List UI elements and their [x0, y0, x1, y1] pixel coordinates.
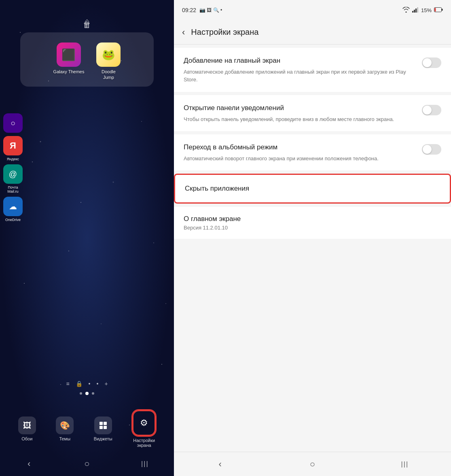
app-row: ⬛ Galaxy Themes 🐸 DoodleJump: [53, 42, 121, 81]
folder-container: ⬛ Galaxy Themes 🐸 DoodleJump: [20, 32, 154, 87]
galaxy-themes-label: Galaxy Themes: [53, 69, 85, 74]
page-icon-plus: +: [104, 380, 108, 387]
notification-toggle[interactable]: [422, 105, 441, 115]
toolbar-themes[interactable]: 🎨 Темы: [56, 416, 74, 441]
settings-icon: ⚙: [132, 410, 156, 436]
right-nav-recents[interactable]: |||: [389, 456, 421, 472]
svg-rect-4: [412, 11, 413, 13]
status-icons: 📷 🖼 🔍 •: [199, 7, 222, 13]
signal-bars: [412, 7, 419, 14]
svg-rect-7: [417, 7, 418, 13]
about-title: О главном экране: [184, 215, 441, 223]
folder-area: 🗑 ⬛ Galaxy Themes 🐸 DoodleJump: [20, 32, 154, 170]
right-nav-back[interactable]: ‹: [204, 456, 236, 472]
notification-desc: Чтобы открыть панель уведомлений, провед…: [184, 115, 416, 123]
right-panel: 09:22 📷 🖼 🔍 • 15%: [174, 0, 451, 476]
settings-status-bar: 09:22 📷 🖼 🔍 • 15%: [174, 0, 451, 20]
svg-rect-5: [414, 10, 415, 13]
left-bottom-nav: ‹ ○ |||: [0, 452, 174, 476]
yandex-label: Яндекс: [7, 157, 19, 161]
mailru-label: ПочтаMail.ru: [7, 185, 18, 193]
about-version: Версия 11.2.01.10: [184, 225, 441, 231]
page-icon-grid: ≡: [66, 380, 69, 387]
dock-mailru[interactable]: @ ПочтаMail.ru: [3, 164, 23, 193]
add-home-title: Добавление на главный экран: [184, 56, 416, 66]
page-indicator-icons: ≡ 🔒 • • +: [66, 380, 108, 387]
settings-item-landscape: Переход в альбомный режим Автоматический…: [174, 134, 451, 170]
notification-text: Открытие панели уведомлений Чтобы открыт…: [184, 103, 416, 123]
toolbar-widgets[interactable]: Виджеты: [94, 416, 112, 441]
hide-apps-title: Скрыть приложения: [185, 185, 440, 193]
back-button[interactable]: ‹: [182, 27, 185, 38]
landscape-desc: Автоматический поворот главного экрана п…: [184, 155, 416, 163]
svg-rect-2: [100, 426, 103, 429]
hide-apps-item[interactable]: Скрыть приложения: [175, 175, 450, 202]
settings-page-title: Настройки экрана: [191, 28, 258, 37]
add-home-desc: Автоматическое добавление приложений на …: [184, 68, 416, 84]
right-nav-home[interactable]: ○: [296, 456, 328, 472]
page-icon-dot1: •: [89, 380, 91, 387]
left-panel: ⌂ 🗑 ⬛ Galaxy Themes 🐸 DoodleJump: [0, 0, 174, 476]
toolbar-settings[interactable]: ⚙ Настройкиэкрана: [132, 410, 156, 448]
nav-home-left[interactable]: ○: [75, 456, 99, 472]
delete-icon: 🗑: [83, 20, 91, 30]
wifi-icon: [402, 7, 410, 14]
page-icon-dot2: •: [96, 380, 98, 387]
svg-rect-9: [442, 8, 443, 11]
widgets-icon: [94, 416, 112, 434]
galaxy-themes-icon: ⬛: [57, 42, 81, 67]
right-bottom-nav: ‹ ○ |||: [174, 452, 451, 476]
nav-recents-left[interactable]: |||: [133, 456, 157, 472]
section-add-home: Добавление на главный экран Автоматическ…: [174, 48, 451, 92]
page-dot-3: [92, 392, 94, 395]
about-item[interactable]: О главном экране Версия 11.2.01.10: [174, 207, 451, 239]
dock-yandex[interactable]: Я Яндекс: [3, 136, 23, 161]
doodle-jump-icon: 🐸: [96, 42, 121, 67]
widgets-label: Виджеты: [94, 436, 112, 441]
wallpaper-icon: 🖼: [18, 416, 36, 434]
left-status-bar: [0, 0, 174, 12]
landscape-toggle[interactable]: [422, 144, 441, 155]
add-home-toggle[interactable]: [422, 57, 441, 68]
side-dock: ○ Я Яндекс @ ПочтаMail.ru ☁ OneDrive: [3, 113, 23, 222]
themes-label: Темы: [59, 436, 70, 441]
time-display: 09:22: [182, 7, 196, 13]
notification-title: Открытие панели уведомлений: [184, 103, 416, 113]
svg-rect-6: [415, 8, 417, 13]
toolbar-wallpaper[interactable]: 🖼 Обои: [18, 416, 36, 441]
svg-rect-0: [100, 422, 103, 425]
status-right: 15%: [402, 7, 443, 14]
page-dot-1: [80, 392, 82, 395]
dock-onedrive[interactable]: ☁ OneDrive: [3, 197, 23, 222]
status-time: 09:22 📷 🖼 🔍 •: [182, 7, 222, 13]
app-item-galaxy-themes[interactable]: ⬛ Galaxy Themes: [53, 42, 85, 81]
settings-header: ‹ Настройки экрана: [174, 20, 451, 45]
section-notification-panel: Открытие панели уведомлений Чтобы открыт…: [174, 95, 451, 131]
themes-icon: 🎨: [56, 416, 74, 434]
section-about: О главном экране Версия 11.2.01.10: [174, 207, 451, 239]
battery-display: 15%: [421, 7, 432, 13]
nav-back-left[interactable]: ‹: [17, 456, 41, 472]
dock-item-purple[interactable]: ○: [3, 113, 23, 133]
doodle-jump-label: DoodleJump: [102, 69, 116, 81]
page-indicators: [80, 392, 94, 395]
svg-rect-3: [104, 426, 107, 429]
section-landscape: Переход в альбомный режим Автоматический…: [174, 134, 451, 170]
svg-rect-10: [435, 8, 436, 11]
mailru-icon: @: [3, 164, 23, 184]
svg-rect-1: [104, 422, 107, 425]
app-item-doodle-jump[interactable]: 🐸 DoodleJump: [96, 42, 121, 81]
battery-icon: [434, 7, 443, 13]
settings-label: Настройкиэкрана: [133, 438, 155, 448]
onedrive-icon: ☁: [3, 197, 23, 216]
section-hide-apps: Скрыть приложения: [174, 174, 451, 204]
landscape-title: Переход в альбомный режим: [184, 142, 416, 152]
page-dot-2: [85, 392, 89, 395]
bottom-toolbar: 🖼 Обои 🎨 Темы Виджеты ⚙ Настройкиэкрана: [0, 410, 174, 448]
page-icon-lock: 🔒: [76, 380, 83, 387]
add-home-text: Добавление на главный экран Автоматическ…: [184, 56, 416, 84]
wallpaper-label: Обои: [21, 436, 32, 441]
yandex-icon: Я: [3, 136, 23, 155]
doodle-face-icon: 🐸: [102, 49, 115, 61]
landscape-text: Переход в альбомный режим Автоматический…: [184, 142, 416, 162]
